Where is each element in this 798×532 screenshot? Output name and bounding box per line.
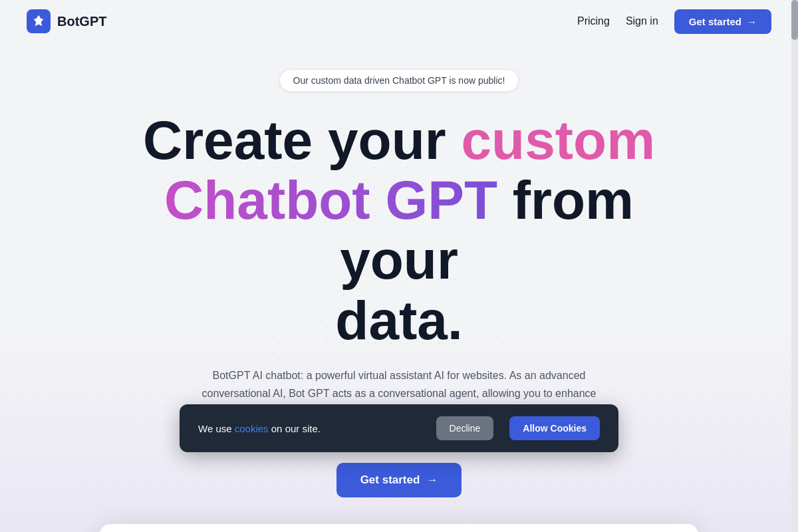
nav-get-started-button[interactable]: Get started → <box>674 9 771 34</box>
hero-title: Create your custom Chatbot GPT from your… <box>100 110 698 350</box>
cookie-decline-button[interactable]: Decline <box>436 416 494 440</box>
cookie-text: We use cookies on our site. <box>198 423 420 434</box>
signin-link[interactable]: Sign in <box>626 15 658 27</box>
hero-cta-arrow: → <box>426 473 438 487</box>
cookie-text-before: We use <box>198 423 235 434</box>
title-custom: custom <box>461 110 655 170</box>
cookie-text-after: on our site. <box>269 423 321 434</box>
scrollbar-thumb[interactable] <box>791 0 798 40</box>
logo[interactable]: BotGPT <box>27 9 106 33</box>
cookie-allow-button[interactable]: Allow Cookies <box>509 416 600 440</box>
cookie-link[interactable]: cookies <box>235 423 269 434</box>
nav-get-started-arrow: → <box>747 16 757 27</box>
cookie-banner: We use cookies on our site. Decline Allo… <box>180 404 618 452</box>
title-part1: Create your <box>143 110 462 170</box>
navbar: BotGPT Pricing Sign in Get started → <box>0 0 798 43</box>
scrollbar[interactable] <box>791 0 798 532</box>
pricing-link[interactable]: Pricing <box>577 15 610 27</box>
logo-svg <box>31 14 46 29</box>
nav-get-started-label: Get started <box>689 16 741 27</box>
hero-cta-label: Get started <box>360 473 420 487</box>
title-chatbot-gpt: Chatbot GPT <box>164 170 497 230</box>
hero-get-started-button[interactable]: Get started → <box>336 463 462 497</box>
preview-topbar: BotGPT Chatbots Create Chatbot <box>100 524 698 533</box>
preview-window: BotGPT Chatbots Create Chatbot EliSuppor… <box>100 524 698 533</box>
preview-wrapper: BotGPT Chatbots Create Chatbot EliSuppor… <box>100 524 698 533</box>
announcement-badge[interactable]: Our custom data driven Chatbot GPT is no… <box>279 69 519 92</box>
logo-icon <box>27 9 51 33</box>
brand-name: BotGPT <box>57 14 106 29</box>
nav-right: Pricing Sign in Get started → <box>577 9 771 34</box>
